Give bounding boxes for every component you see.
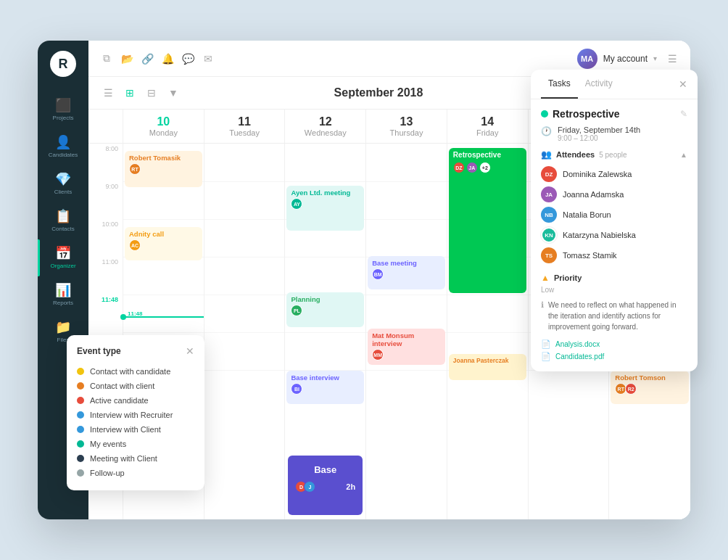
chat-icon[interactable]: 💬 (181, 52, 194, 65)
view-controls: ☰ ⊞ ⊟ ▼ (100, 85, 181, 101)
file-2-link[interactable]: Candidates.pdf (555, 353, 604, 361)
list-view-btn[interactable]: ☰ (100, 85, 116, 101)
event-robert-tomson[interactable]: Robert Tomson RT R2 (611, 371, 689, 404)
sidebar-item-clients[interactable]: 💎 Clients (38, 165, 88, 202)
attendees-title: Attendees (556, 150, 595, 159)
account-chevron-icon: ▾ (653, 54, 657, 62)
tasks-tab[interactable]: Tasks (541, 70, 578, 99)
follow-up-dot (77, 469, 84, 477)
sidebar-item-organizer[interactable]: 📅 Organizer (38, 239, 88, 276)
clients-icon: 💎 (55, 173, 71, 186)
event-type-active-candidate[interactable]: Active candidate (77, 393, 194, 408)
folder-icon[interactable]: 📂 (120, 52, 133, 65)
mail-icon[interactable]: ✉ (202, 52, 215, 65)
menu-icon[interactable]: ☰ (666, 52, 679, 65)
attendee-name-3: Natalia Borun (563, 210, 611, 219)
time-1100: 11:00 (88, 257, 123, 295)
attendee-name-1: Dominika Zalewska (563, 170, 632, 178)
attendee-4: KN Katarzyna Nabielska (541, 225, 687, 245)
file-2-icon: 📄 (541, 352, 551, 361)
sidebar-label-contacts: Contacts (51, 226, 75, 232)
account-area[interactable]: MA My account ▾ ☰ (577, 49, 679, 69)
file-1-link[interactable]: Analysis.docx (555, 340, 600, 348)
attendee-2: JA Joanna Adamska (541, 184, 687, 205)
detail-panel: Tasks Activity ✕ Retrospective ✎ 🕐 Frida… (531, 70, 698, 371)
sidebar-label-candidates: Candidates (49, 152, 78, 158)
event-type-meeting-client[interactable]: Meeting with Client (77, 451, 194, 466)
priority-section: ▲ Priority Low (541, 273, 687, 294)
event-type-my-events[interactable]: My events (77, 437, 194, 451)
link-icon[interactable]: 🔗 (141, 52, 154, 65)
attendees-chevron-icon: ▲ (680, 151, 687, 159)
sidebar-label-projects: Projects (53, 115, 74, 121)
event-base-interview[interactable]: Base interview BI (286, 371, 364, 404)
priority-value: Low (541, 286, 687, 294)
file-1-icon: 📄 (541, 339, 551, 349)
event-planning[interactable]: Planning PL (286, 292, 364, 327)
reports-icon: 📊 (55, 284, 71, 297)
attendee-name-5: Tomasz Stamik (563, 251, 617, 260)
event-retrospective[interactable]: Retrospective DZ JA +2 (449, 148, 526, 293)
edit-icon[interactable]: ✎ (680, 109, 687, 119)
event-mat-monsum[interactable]: Mat Monsum interview MM (368, 329, 445, 365)
attendees-count: 5 people (599, 151, 626, 159)
day-header-mon: 10 Monday (123, 110, 204, 143)
activity-tab[interactable]: Activity (578, 70, 620, 99)
candidates-icon: 👤 (55, 136, 71, 149)
file-1-row: 📄 Analysis.docx (541, 339, 687, 349)
week-view-btn[interactable]: ⊞ (122, 85, 138, 101)
event-base-meeting[interactable]: Base meeting BM (368, 256, 445, 289)
attendee-avatar-2: JA (541, 186, 557, 202)
attendee-name-2: Joanna Adamska (563, 190, 624, 199)
contact-candidate-dot (77, 368, 84, 375)
bell-icon[interactable]: 🔔 (161, 52, 174, 65)
sidebar-item-candidates[interactable]: 👤 Candidates (38, 128, 88, 165)
account-avatar: MA (577, 49, 597, 69)
time-current: 11:48 (88, 295, 123, 332)
attendees-header[interactable]: 👥 Attendees 5 people ▲ (541, 149, 687, 160)
event-base-large[interactable]: Base D J 2h (288, 456, 363, 515)
contact-client-dot (77, 382, 84, 390)
detail-date: Friday, September 14th (558, 125, 640, 134)
event-type-interview-recruiter[interactable]: Interview with Recruiter (77, 408, 194, 422)
contacts-icon: 📋 (55, 210, 71, 223)
calendar-icon: 🕐 (541, 126, 552, 136)
event-type-contact-client[interactable]: Contact with client (77, 379, 194, 393)
detail-close-button[interactable]: ✕ (679, 70, 687, 99)
event-type-contact-candidate[interactable]: Contact with candidate (77, 364, 194, 379)
priority-header: ▲ Priority (541, 273, 687, 283)
topbar-icons: ⧉ 📂 🔗 🔔 💬 ✉ (100, 52, 215, 65)
sidebar-item-contacts[interactable]: 📋 Contacts (38, 202, 88, 239)
sidebar-item-projects[interactable]: ⬛ Projects (38, 91, 88, 128)
sidebar-item-reports[interactable]: 📊 Reports (38, 276, 88, 313)
detail-body: Retrospective ✎ 🕐 Friday, September 14th… (531, 99, 698, 361)
sidebar-label-clients: Clients (54, 189, 72, 195)
event-adnity-call[interactable]: Adnity call AC (125, 227, 202, 260)
detail-title-row: Retrospective ✎ (541, 108, 687, 120)
event-ayen-meeting[interactable]: Ayen Ltd. meeting AY (286, 186, 364, 231)
projects-icon: ⬛ (55, 99, 71, 112)
event-type-close-button[interactable]: ✕ (186, 345, 194, 357)
event-robert-tomasik[interactable]: Robert Tomasik RT (125, 151, 202, 187)
attendee-avatar-4: KN (541, 227, 557, 243)
attendee-name-4: Katarzyna Nabielska (563, 231, 636, 239)
interview-recruiter-dot (77, 411, 84, 419)
event-joanna-p[interactable]: Joanna Pasterczak (449, 354, 526, 380)
event-type-follow-up[interactable]: Follow-up (77, 466, 194, 480)
file-links: 📄 Analysis.docx 📄 Candidates.pdf (541, 339, 687, 361)
grid-view-btn[interactable]: ⊟ (144, 85, 160, 101)
attendee-5: TS Tomasz Stamik (541, 245, 687, 265)
priority-icon: ▲ (541, 273, 550, 283)
event-type-interview-client[interactable]: Interview with Client (77, 422, 194, 437)
detail-event-title: Retrospective (553, 108, 676, 120)
time-800: 8:00 (88, 144, 123, 181)
day-header-tue: 11 Tuesday (204, 110, 286, 143)
sidebar-label-reports: Reports (53, 300, 73, 306)
event-type-header: Event type ✕ (77, 345, 194, 357)
filter-btn[interactable]: ▼ (165, 85, 181, 101)
tuesday-col (204, 144, 286, 519)
friday-col: Retrospective DZ JA +2 Joanna Pasterczak (447, 144, 529, 519)
copy-icon[interactable]: ⧉ (100, 52, 113, 65)
files-icon: 📁 (55, 321, 71, 334)
priority-label: Priority (554, 273, 582, 282)
